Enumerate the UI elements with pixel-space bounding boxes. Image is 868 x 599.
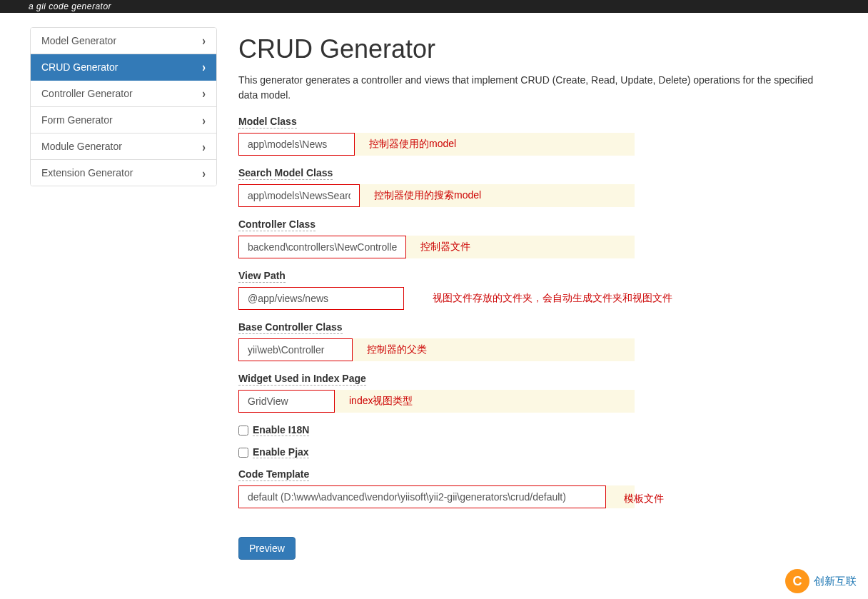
generator-list: Model Generator › CRUD Generator › Contr… <box>30 27 217 186</box>
input-widget-index[interactable] <box>238 390 335 413</box>
field-enable-i18n: Enable I18N <box>238 424 847 436</box>
label-base-controller-class: Base Controller Class <box>238 321 343 334</box>
sidebar-item-extension-generator[interactable]: Extension Generator › <box>31 160 216 186</box>
field-base-controller-class: Base Controller Class 控制器的父类 <box>238 321 847 361</box>
chevron-right-icon: › <box>202 113 206 128</box>
input-model-class[interactable] <box>238 133 355 156</box>
annotation-search-model-class: 控制器使用的搜索model <box>360 189 481 202</box>
field-controller-class: Controller Class 控制器文件 <box>238 218 847 258</box>
sidebar-item-label: Form Generator <box>41 114 113 126</box>
chevron-right-icon: › <box>202 60 206 75</box>
watermark-icon: C <box>785 569 809 574</box>
sidebar-item-form-generator[interactable]: Form Generator › <box>31 107 216 134</box>
top-navbar: a gii code generator <box>0 0 868 13</box>
label-enable-i18n: Enable I18N <box>253 424 309 436</box>
page-description: This generator generates a controller an… <box>238 73 824 103</box>
label-controller-class: Controller Class <box>238 218 316 231</box>
main-content: CRUD Generator This generator generates … <box>238 27 847 560</box>
input-controller-class[interactable] <box>238 236 406 258</box>
annotation-controller-class: 控制器文件 <box>406 241 470 253</box>
label-code-template: Code Template <box>238 468 309 481</box>
annotation-base-controller-class: 控制器的父类 <box>353 343 427 356</box>
label-enable-pjax: Enable Pjax <box>253 446 309 458</box>
sidebar-item-module-generator[interactable]: Module Generator › <box>31 134 216 160</box>
annotation-view-path: 视图文件存放的文件夹，会自动生成文件夹和视图文件 <box>404 292 672 305</box>
chevron-right-icon: › <box>202 34 206 49</box>
label-widget-index: Widget Used in Index Page <box>238 373 366 386</box>
sidebar-item-label: CRUD Generator <box>41 61 118 73</box>
chevron-right-icon: › <box>202 139 206 154</box>
logo-text: a gii code generator <box>29 1 111 11</box>
sidebar-item-label: Model Generator <box>41 35 116 46</box>
field-model-class: Model Class 控制器使用的model <box>238 116 847 156</box>
input-view-path[interactable] <box>238 287 404 310</box>
sidebar-item-model-generator[interactable]: Model Generator › <box>31 28 216 54</box>
sidebar-item-label: Module Generator <box>41 141 122 152</box>
checkbox-enable-i18n[interactable] <box>238 426 248 436</box>
sidebar: Model Generator › CRUD Generator › Contr… <box>30 27 217 560</box>
field-enable-pjax: Enable Pjax <box>238 446 847 458</box>
input-search-model-class[interactable] <box>238 184 360 207</box>
input-code-template[interactable] <box>238 485 606 508</box>
input-base-controller-class[interactable] <box>238 338 353 361</box>
field-view-path: View Path 视图文件存放的文件夹，会自动生成文件夹和视图文件 <box>238 270 847 310</box>
watermark: C 创新互联 <box>785 569 857 574</box>
label-model-class: Model Class <box>238 116 297 129</box>
label-view-path: View Path <box>238 270 286 283</box>
sidebar-item-label: Controller Generator <box>41 88 133 99</box>
chevron-right-icon: › <box>202 166 206 181</box>
annotation-model-class: 控制器使用的model <box>355 138 456 151</box>
sidebar-item-crud-generator[interactable]: CRUD Generator › <box>31 54 216 81</box>
sidebar-item-controller-generator[interactable]: Controller Generator › <box>31 81 216 107</box>
page-container: Model Generator › CRUD Generator › Contr… <box>0 13 868 574</box>
field-widget-index: Widget Used in Index Page index视图类型 <box>238 373 847 413</box>
checkbox-enable-pjax[interactable] <box>238 448 248 458</box>
chevron-right-icon: › <box>202 86 206 101</box>
page-title: CRUD Generator <box>238 34 847 64</box>
label-search-model-class: Search Model Class <box>238 167 333 180</box>
field-search-model-class: Search Model Class 控制器使用的搜索model <box>238 167 847 207</box>
field-code-template: Code Template 模板文件 <box>238 468 847 521</box>
sidebar-item-label: Extension Generator <box>41 167 133 178</box>
preview-button[interactable]: Preview <box>238 537 296 560</box>
annotation-widget-index: index视图类型 <box>335 395 413 408</box>
app-logo: a gii code generator <box>29 0 111 13</box>
annotation-code-template: 模板文件 <box>610 493 664 504</box>
